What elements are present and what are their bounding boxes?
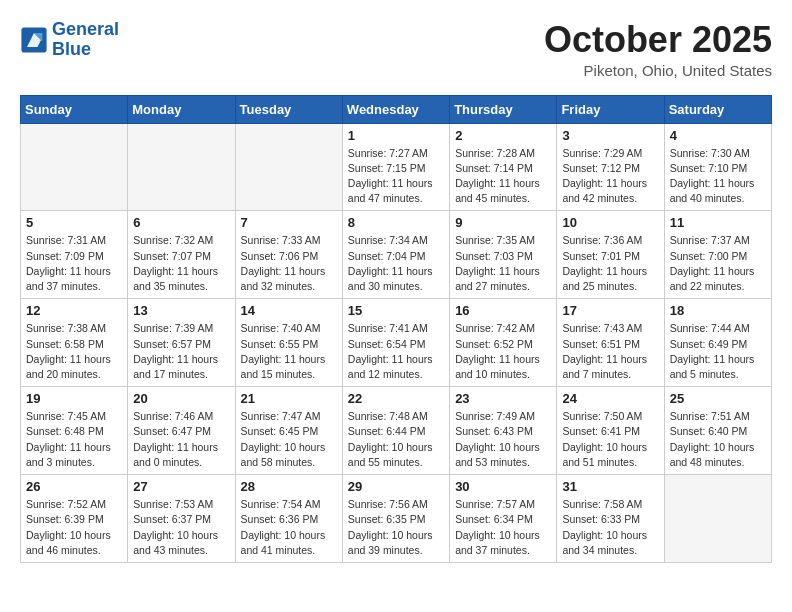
calendar-cell: 23Sunrise: 7:49 AM Sunset: 6:43 PM Dayli… — [450, 387, 557, 475]
calendar-cell — [21, 123, 128, 211]
day-info: Sunrise: 7:29 AM Sunset: 7:12 PM Dayligh… — [562, 146, 658, 207]
calendar-cell: 29Sunrise: 7:56 AM Sunset: 6:35 PM Dayli… — [342, 475, 449, 563]
day-number: 2 — [455, 128, 551, 143]
logo: General Blue — [20, 20, 119, 60]
day-info: Sunrise: 7:47 AM Sunset: 6:45 PM Dayligh… — [241, 409, 337, 470]
day-number: 8 — [348, 215, 444, 230]
calendar-cell: 31Sunrise: 7:58 AM Sunset: 6:33 PM Dayli… — [557, 475, 664, 563]
day-number: 23 — [455, 391, 551, 406]
day-info: Sunrise: 7:35 AM Sunset: 7:03 PM Dayligh… — [455, 233, 551, 294]
calendar-cell: 30Sunrise: 7:57 AM Sunset: 6:34 PM Dayli… — [450, 475, 557, 563]
calendar-header-row: SundayMondayTuesdayWednesdayThursdayFrid… — [21, 95, 772, 123]
calendar-week-row: 1Sunrise: 7:27 AM Sunset: 7:15 PM Daylig… — [21, 123, 772, 211]
day-number: 30 — [455, 479, 551, 494]
day-info: Sunrise: 7:57 AM Sunset: 6:34 PM Dayligh… — [455, 497, 551, 558]
weekday-header: Tuesday — [235, 95, 342, 123]
day-info: Sunrise: 7:41 AM Sunset: 6:54 PM Dayligh… — [348, 321, 444, 382]
weekday-header: Sunday — [21, 95, 128, 123]
calendar-week-row: 5Sunrise: 7:31 AM Sunset: 7:09 PM Daylig… — [21, 211, 772, 299]
day-number: 7 — [241, 215, 337, 230]
day-info: Sunrise: 7:38 AM Sunset: 6:58 PM Dayligh… — [26, 321, 122, 382]
day-number: 28 — [241, 479, 337, 494]
calendar-cell: 19Sunrise: 7:45 AM Sunset: 6:48 PM Dayli… — [21, 387, 128, 475]
calendar-cell: 26Sunrise: 7:52 AM Sunset: 6:39 PM Dayli… — [21, 475, 128, 563]
day-info: Sunrise: 7:34 AM Sunset: 7:04 PM Dayligh… — [348, 233, 444, 294]
calendar-cell: 7Sunrise: 7:33 AM Sunset: 7:06 PM Daylig… — [235, 211, 342, 299]
calendar-cell: 24Sunrise: 7:50 AM Sunset: 6:41 PM Dayli… — [557, 387, 664, 475]
day-number: 6 — [133, 215, 229, 230]
calendar-week-row: 26Sunrise: 7:52 AM Sunset: 6:39 PM Dayli… — [21, 475, 772, 563]
weekday-header: Saturday — [664, 95, 771, 123]
weekday-header: Monday — [128, 95, 235, 123]
day-info: Sunrise: 7:36 AM Sunset: 7:01 PM Dayligh… — [562, 233, 658, 294]
day-info: Sunrise: 7:30 AM Sunset: 7:10 PM Dayligh… — [670, 146, 766, 207]
weekday-header: Wednesday — [342, 95, 449, 123]
calendar-cell: 22Sunrise: 7:48 AM Sunset: 6:44 PM Dayli… — [342, 387, 449, 475]
day-number: 24 — [562, 391, 658, 406]
weekday-header: Friday — [557, 95, 664, 123]
day-number: 1 — [348, 128, 444, 143]
day-number: 13 — [133, 303, 229, 318]
day-number: 22 — [348, 391, 444, 406]
day-info: Sunrise: 7:56 AM Sunset: 6:35 PM Dayligh… — [348, 497, 444, 558]
day-info: Sunrise: 7:39 AM Sunset: 6:57 PM Dayligh… — [133, 321, 229, 382]
calendar-cell: 4Sunrise: 7:30 AM Sunset: 7:10 PM Daylig… — [664, 123, 771, 211]
calendar-cell: 28Sunrise: 7:54 AM Sunset: 6:36 PM Dayli… — [235, 475, 342, 563]
day-info: Sunrise: 7:46 AM Sunset: 6:47 PM Dayligh… — [133, 409, 229, 470]
day-number: 18 — [670, 303, 766, 318]
day-info: Sunrise: 7:45 AM Sunset: 6:48 PM Dayligh… — [26, 409, 122, 470]
day-info: Sunrise: 7:53 AM Sunset: 6:37 PM Dayligh… — [133, 497, 229, 558]
day-info: Sunrise: 7:48 AM Sunset: 6:44 PM Dayligh… — [348, 409, 444, 470]
day-info: Sunrise: 7:28 AM Sunset: 7:14 PM Dayligh… — [455, 146, 551, 207]
calendar-cell — [664, 475, 771, 563]
calendar-cell: 1Sunrise: 7:27 AM Sunset: 7:15 PM Daylig… — [342, 123, 449, 211]
logo-line2: Blue — [52, 39, 91, 59]
day-info: Sunrise: 7:49 AM Sunset: 6:43 PM Dayligh… — [455, 409, 551, 470]
day-number: 31 — [562, 479, 658, 494]
calendar-week-row: 12Sunrise: 7:38 AM Sunset: 6:58 PM Dayli… — [21, 299, 772, 387]
calendar-cell: 12Sunrise: 7:38 AM Sunset: 6:58 PM Dayli… — [21, 299, 128, 387]
calendar-cell: 21Sunrise: 7:47 AM Sunset: 6:45 PM Dayli… — [235, 387, 342, 475]
day-number: 9 — [455, 215, 551, 230]
calendar-cell: 17Sunrise: 7:43 AM Sunset: 6:51 PM Dayli… — [557, 299, 664, 387]
calendar-cell: 10Sunrise: 7:36 AM Sunset: 7:01 PM Dayli… — [557, 211, 664, 299]
calendar-cell — [235, 123, 342, 211]
day-info: Sunrise: 7:50 AM Sunset: 6:41 PM Dayligh… — [562, 409, 658, 470]
day-number: 10 — [562, 215, 658, 230]
calendar-cell: 11Sunrise: 7:37 AM Sunset: 7:00 PM Dayli… — [664, 211, 771, 299]
day-number: 20 — [133, 391, 229, 406]
calendar-cell: 2Sunrise: 7:28 AM Sunset: 7:14 PM Daylig… — [450, 123, 557, 211]
day-info: Sunrise: 7:33 AM Sunset: 7:06 PM Dayligh… — [241, 233, 337, 294]
weekday-header: Thursday — [450, 95, 557, 123]
month-title: October 2025 — [544, 20, 772, 60]
logo-text: General Blue — [52, 20, 119, 60]
title-block: October 2025 Piketon, Ohio, United State… — [544, 20, 772, 79]
calendar-cell: 13Sunrise: 7:39 AM Sunset: 6:57 PM Dayli… — [128, 299, 235, 387]
calendar-cell: 3Sunrise: 7:29 AM Sunset: 7:12 PM Daylig… — [557, 123, 664, 211]
day-number: 4 — [670, 128, 766, 143]
day-info: Sunrise: 7:27 AM Sunset: 7:15 PM Dayligh… — [348, 146, 444, 207]
logo-line1: General — [52, 19, 119, 39]
day-number: 25 — [670, 391, 766, 406]
calendar-cell: 14Sunrise: 7:40 AM Sunset: 6:55 PM Dayli… — [235, 299, 342, 387]
day-number: 3 — [562, 128, 658, 143]
day-number: 17 — [562, 303, 658, 318]
day-info: Sunrise: 7:54 AM Sunset: 6:36 PM Dayligh… — [241, 497, 337, 558]
day-number: 5 — [26, 215, 122, 230]
page-header: General Blue October 2025 Piketon, Ohio,… — [20, 20, 772, 79]
day-number: 15 — [348, 303, 444, 318]
calendar-cell: 18Sunrise: 7:44 AM Sunset: 6:49 PM Dayli… — [664, 299, 771, 387]
day-info: Sunrise: 7:31 AM Sunset: 7:09 PM Dayligh… — [26, 233, 122, 294]
calendar: SundayMondayTuesdayWednesdayThursdayFrid… — [20, 95, 772, 563]
calendar-cell: 9Sunrise: 7:35 AM Sunset: 7:03 PM Daylig… — [450, 211, 557, 299]
day-number: 26 — [26, 479, 122, 494]
day-number: 12 — [26, 303, 122, 318]
day-info: Sunrise: 7:37 AM Sunset: 7:00 PM Dayligh… — [670, 233, 766, 294]
day-info: Sunrise: 7:52 AM Sunset: 6:39 PM Dayligh… — [26, 497, 122, 558]
day-number: 27 — [133, 479, 229, 494]
calendar-cell: 6Sunrise: 7:32 AM Sunset: 7:07 PM Daylig… — [128, 211, 235, 299]
location: Piketon, Ohio, United States — [544, 62, 772, 79]
logo-icon — [20, 26, 48, 54]
day-number: 14 — [241, 303, 337, 318]
day-number: 29 — [348, 479, 444, 494]
